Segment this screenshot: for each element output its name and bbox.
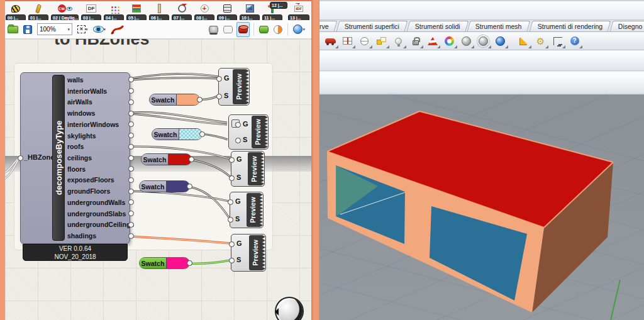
- preview-component-4[interactable]: G S Preview: [230, 192, 264, 228]
- lock-tool-button[interactable]: [407, 33, 424, 49]
- output-param-walls[interactable]: walls: [67, 74, 131, 86]
- gh-tab-00[interactable]: 00 |...: [5, 3, 26, 21]
- gh-tab-07[interactable]: 07 |...: [171, 3, 192, 21]
- help-button[interactable]: ?: [566, 33, 583, 49]
- gh-tab-12[interactable]: 12 |...: [269, 0, 288, 18]
- preview-component-2[interactable]: ↓ G S Preview: [228, 114, 269, 150]
- swatch-color-well[interactable]: [166, 258, 189, 268]
- rhino-window: nti curve Strumenti superfici Strumenti …: [319, 0, 644, 320]
- output-param-interiorwindows[interactable]: interiorWindows: [67, 119, 131, 130]
- preview-wireframe-icon: [223, 26, 233, 33]
- vehicle-tool-button[interactable]: [322, 33, 339, 49]
- rhino-3d-viewport[interactable]: [319, 94, 644, 320]
- chevron-down-icon[interactable]: ▾: [67, 27, 70, 32]
- tab-disegno-tecnico[interactable]: Disegno tecnico: [610, 21, 644, 31]
- output-param-undergroundwalls[interactable]: undergroundWalls: [67, 197, 131, 208]
- gh-tab-10[interactable]: OS 10 |...: [239, 3, 260, 21]
- chevron-down-icon[interactable]: ▾: [104, 27, 106, 32]
- preview-component-1[interactable]: G S Preview: [218, 68, 250, 106]
- swatch-component-roofs[interactable]: Swatch: [141, 153, 192, 165]
- output-param-groundfloors[interactable]: groundFloors: [67, 185, 131, 197]
- gray-sphere-icon: [462, 36, 471, 46]
- green-axis-line: [611, 280, 620, 320]
- preview-label-strip: Preview: [233, 69, 249, 104]
- open-file-button[interactable]: [6, 22, 19, 37]
- output-param-windows[interactable]: windows: [67, 108, 131, 119]
- output-param-interiorwalls[interactable]: interiorWalls: [67, 86, 131, 97]
- output-param-undergroundslabs[interactable]: undergroundSlabs: [67, 208, 131, 219]
- compass-tool-button[interactable]: [356, 33, 373, 49]
- chevron-down-icon[interactable]: ▾: [303, 27, 305, 32]
- environment-sphere-button[interactable]: [492, 33, 509, 49]
- tab-strumenti-curve[interactable]: nti curve: [319, 21, 337, 31]
- swatch-color-well[interactable]: [179, 129, 202, 140]
- preview-off-button[interactable]: [208, 22, 219, 37]
- visibility-button[interactable]: ▾: [92, 22, 108, 37]
- swatch-color-well[interactable]: [168, 154, 191, 165]
- rhino-toolbar-tabs: nti curve Strumenti superfici Strumenti …: [319, 20, 644, 32]
- layout-shapes-icon: [377, 37, 386, 45]
- gh-tab-04[interactable]: 04 |...: [103, 3, 125, 21]
- light-tool-button[interactable]: [390, 33, 407, 49]
- swatch-color-well[interactable]: [166, 181, 189, 192]
- blue-sphere-icon: [293, 25, 303, 34]
- dimension-tool-button[interactable]: [549, 33, 566, 49]
- swatch-component-walls[interactable]: Swatch: [149, 94, 200, 106]
- color-tool-button[interactable]: [441, 33, 458, 49]
- output-param-floors[interactable]: floors: [67, 163, 131, 175]
- gh-tab-03[interactable]: DF 03 |...: [80, 3, 102, 21]
- lightbulb-icon: [395, 38, 402, 45]
- output-param-skylights[interactable]: skylights: [67, 130, 131, 141]
- document-preview-button[interactable]: [258, 22, 270, 37]
- output-param-undergroundceilings[interactable]: undergroundCeilings: [67, 219, 131, 231]
- output-param-exposedfloors[interactable]: exposedFloors: [67, 175, 131, 186]
- dot-grid-icon: [106, 3, 122, 14]
- component-name-strip[interactable]: decomposeByType: [52, 75, 65, 241]
- gh-tab-01[interactable]: 01 |...: [28, 3, 49, 21]
- preview-mesh-quality-button[interactable]: [272, 22, 284, 37]
- flag-tool-button[interactable]: [515, 33, 532, 49]
- swatch-component-shadings-selected[interactable]: Swatch: [139, 257, 190, 269]
- tab-strumenti-solidi[interactable]: Strumenti solidi: [406, 21, 469, 31]
- chevron-down-icon[interactable]: ▾: [86, 27, 88, 32]
- settings-button[interactable]: ⚙: [532, 33, 549, 49]
- gh-tab-13[interactable]: IDF 13 |...: [287, 3, 310, 21]
- tab-strumenti-di-rendering[interactable]: Strumenti di rendering: [530, 21, 611, 31]
- zoom-extents-button[interactable]: ×▾: [76, 22, 89, 37]
- map-tool-button[interactable]: [339, 33, 356, 49]
- output-param-roofs[interactable]: roofs: [67, 141, 131, 152]
- output-param-airwalls[interactable]: airWalls: [67, 96, 131, 108]
- material-sphere-alt-button[interactable]: [475, 33, 492, 49]
- help-icon: ?: [570, 36, 579, 45]
- decompose-by-type-component[interactable]: _HBZone decomposeByType walls interiorWa…: [20, 72, 130, 244]
- layout-tool-button[interactable]: [373, 33, 390, 49]
- swatch-color-well[interactable]: [176, 94, 199, 105]
- save-file-button[interactable]: [22, 22, 33, 37]
- grasshopper-canvas[interactable]: to HBZones: [5, 39, 311, 320]
- preview-component-5[interactable]: G S Preview: [231, 234, 266, 272]
- preview-component-3[interactable]: G S Preview: [231, 151, 265, 187]
- sketch-tool-button[interactable]: [109, 22, 126, 37]
- gh-tab-02-daylight[interactable]: CM 02 | Daylig...: [50, 3, 79, 21]
- output-param-shadings[interactable]: shadings: [67, 230, 131, 241]
- zoom-level-select[interactable]: 100% ▾: [37, 23, 72, 35]
- grasshopper-toolbar: 100% ▾ ×▾ ▾ ▾: [5, 20, 311, 39]
- preview-shaded-button[interactable]: [236, 22, 250, 37]
- idf-icon: IDF: [291, 3, 307, 14]
- gh-tab-05[interactable]: 05 |...: [126, 3, 147, 21]
- render-tool-button[interactable]: [424, 33, 441, 49]
- rhino-top-strip: [319, 0, 644, 20]
- gh-tab-06[interactable]: 06 |...: [148, 3, 170, 21]
- swatch-component-windows[interactable]: Swatch: [152, 128, 203, 140]
- tab-strumenti-superfici[interactable]: Strumenti superfici: [336, 21, 408, 31]
- screenshot-root: 00 |... 01 |... CM 02 | Daylig... DF 03 …: [0, 0, 644, 320]
- gh-tab-09[interactable]: 09 |...: [216, 3, 238, 21]
- input-param-hbzone[interactable]: _HBZone: [24, 153, 54, 161]
- material-sphere-button[interactable]: [458, 33, 475, 49]
- gh-tab-08[interactable]: + 08 |...: [194, 3, 215, 21]
- tab-strumenti-mesh[interactable]: Strumenti mesh: [467, 21, 530, 31]
- preview-wireframe-button[interactable]: [222, 22, 234, 37]
- display-mode-button[interactable]: ▾: [292, 22, 306, 37]
- output-param-ceilings[interactable]: ceilings: [67, 152, 131, 163]
- swatch-component-floors[interactable]: Swatch: [139, 180, 190, 192]
